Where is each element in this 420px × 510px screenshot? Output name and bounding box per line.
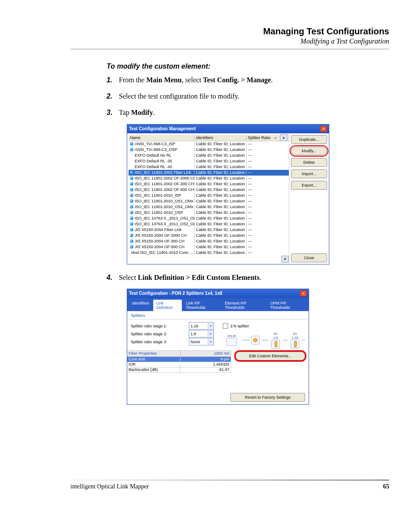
col-name[interactable]: Name [129, 136, 195, 140]
globe-icon [130, 199, 133, 203]
table-row[interactable]: ISO_IEC 11801-2010_OSPCable ID; Fiber ID… [129, 210, 289, 216]
table-row[interactable]: ISO_IEC 11801-2002 Fiber LinkCable ID; F… [129, 170, 289, 176]
table-row[interactable]: ISO_IEC 11801-2010_OS2_OMxCable ID; Fibe… [129, 204, 289, 210]
titlebar[interactable]: Test Configuration Management × [127, 125, 329, 133]
globe-icon [130, 188, 133, 191]
header-rule [70, 49, 389, 49]
delete-button[interactable]: Delete [291, 158, 327, 167]
table-row[interactable]: JIS X5150-2004 Fiber LinkCable ID; Fiber… [129, 227, 289, 233]
table-row[interactable]: ISO_IEC 11801-2002 OF-2000 CHCable ID; F… [129, 176, 289, 181]
splitter-ratio-select[interactable]: 1:8▾ [189, 330, 214, 338]
globe-icon [130, 142, 133, 146]
duplicate-button[interactable]: Duplicate... [291, 135, 327, 144]
globe-icon [130, 239, 133, 243]
globe-icon [130, 171, 133, 174]
tab-opm-p-f-thresholds[interactable]: OPM P/F Thresholds [267, 300, 307, 311]
splitter-ratio-row: Splitter ratio stage 2:1:8▾ [131, 330, 214, 338]
table-row[interactable]: EXFO Default No RLCable ID; Fiber ID; Lo… [129, 153, 289, 158]
step-number: 3. [107, 107, 119, 117]
tab-element-p-f-thresholds[interactable]: Element P/F Thresholds [222, 300, 266, 311]
field-label: Splitter ratio stage 2: [131, 332, 189, 336]
chevron-down-icon: ▾ [208, 331, 214, 337]
page-footer: intelligent Optical Link Mapper 65 [70, 483, 389, 490]
table-row[interactable]: EXFO Default RL -40Cable ID; Fiber ID; L… [129, 164, 289, 170]
step-text: Tap Modify. [119, 107, 389, 117]
titlebar[interactable]: Test Configuration - PON 2 Splitters 1x4… [127, 289, 309, 298]
side-button-panel: Duplicate... Modify... Delete Import... … [289, 133, 329, 264]
test-config-editor-window: Test Configuration - PON 2 Splitters 1x4… [127, 289, 309, 405]
modify-button[interactable]: Modify... [291, 147, 327, 155]
tab-link-definition[interactable]: Link Definition [153, 300, 182, 311]
step-item: 4.Select Link Definition > Edit Custom E… [107, 272, 389, 283]
table-row[interactable]: ISO_IEC 11801-2002 OF-300 CHCable ID; Fi… [129, 181, 289, 187]
table-row[interactable]: ANSI_TIA-568-C3_OSPCable ID; Fiber ID; L… [129, 147, 289, 153]
globe-icon [130, 234, 133, 237]
table-row[interactable]: EXFO Default RL -35Cable ID; Fiber ID; L… [129, 158, 289, 164]
splitter-ratio-select[interactable]: None▾ [189, 338, 214, 345]
step-item: 3.Tap Modify. [107, 107, 389, 117]
steps-list-b: 4.Select Link Definition > Edit Custom E… [107, 272, 389, 283]
fiber-properties-table[interactable]: Fiber Properties 1550 nm Core size9 µmIO… [127, 350, 231, 373]
window-title: Test Configuration - PON 2 Splitters 1x4… [129, 291, 222, 296]
tab-link-p-f-thresholds[interactable]: Link P/F Thresholds [183, 300, 221, 311]
splitter-ratio-select[interactable]: 1:16▾ [189, 322, 214, 330]
table-row[interactable]: Core size9 µm [127, 357, 231, 362]
table-row[interactable]: Backscatter (dB)-81.87 [127, 367, 231, 373]
table-row[interactable]: ISO_IEC 11801-2010_ISPCable ID; Fiber ID… [129, 193, 289, 198]
globe-icon [130, 205, 133, 209]
connector-icon [251, 336, 260, 345]
col-splitter-ratio[interactable]: Splitter Ratio ▲ ▲ [247, 134, 289, 141]
close-icon[interactable]: × [320, 126, 327, 132]
table-row[interactable]: JIS X5150-2004 OF-2000 CHCable ID; Fiber… [129, 233, 289, 238]
procedure-heading: To modify the custom element: [107, 62, 389, 70]
globe-icon [130, 211, 133, 214]
globe-icon [130, 148, 133, 151]
import-button[interactable]: Import... [291, 169, 327, 178]
col-identifiers[interactable]: Identifiers [195, 136, 247, 140]
tab-bar: IdentifiersLink DefinitionLink P/F Thres… [127, 298, 309, 311]
close-button[interactable]: Close [291, 253, 327, 262]
step-number: 4. [107, 272, 119, 283]
globe-icon [130, 222, 133, 226]
table-row[interactable]: ISO_IEC 11801-2002 OF-500 CHCable ID; Fi… [129, 187, 289, 193]
step-number: 1. [107, 75, 119, 85]
scroll-down-icon[interactable]: ▼ [281, 256, 289, 263]
table-row[interactable]: ISO_IEC 11801-2010_OS1_OMxCable ID; Fibe… [129, 198, 289, 204]
splitter-settings: Splitter ratio stage 1:1:16▾Splitter rat… [127, 322, 214, 350]
globe-icon [130, 194, 133, 197]
table-row[interactable]: JIS X5150-2004 OF-500 CHCable ID; Fiber … [129, 244, 289, 250]
revert-to-factory-button[interactable]: Revert to Factory Settings [230, 393, 305, 402]
config-grid[interactable]: Name Identifiers Splitter Ratio ▲ ▲ ANSI… [129, 135, 289, 263]
step-text: Select Link Definition > Edit Custom Ele… [119, 272, 389, 283]
globe-icon [130, 228, 133, 231]
table-row[interactable]: ISO_IEC 14763-3 _2011_OS2_OMxCable ID; F… [129, 221, 289, 227]
splitter-icon [291, 340, 299, 349]
window-title: Test Configuration Management [129, 126, 196, 131]
table-row[interactable]: Mod ISO_IEC 11801-2010 Conn ...Cable ID;… [129, 250, 289, 256]
step-item: 1.From the Main Menu, select Test Config… [107, 75, 389, 85]
table-row[interactable]: ANSI_TIA-568-C3_ISPCable ID; Fiber ID; L… [129, 141, 289, 147]
splitter-ratio-row: Splitter ratio stage 3:None▾ [131, 338, 214, 346]
table-row[interactable]: ISO_IEC 14763-3 _2011_OS1_OMxCable ID; F… [129, 216, 289, 221]
globe-icon [130, 245, 133, 249]
table-row[interactable]: IOR1.468325 [127, 362, 231, 367]
close-icon[interactable]: × [300, 290, 307, 297]
two-n-splitter-checkbox[interactable]: 2:N splitter [223, 322, 305, 330]
step-item: 2.Select the test configuration file to … [107, 91, 389, 101]
step-text: Select the test configuration file to mo… [119, 91, 389, 101]
checkbox-icon[interactable] [223, 323, 228, 329]
table-row[interactable]: JIS X5150-2004 OF-300 CHCable ID; Fiber … [129, 238, 289, 244]
tab-identifiers[interactable]: Identifiers [129, 300, 152, 311]
splitter-ratio-row: Splitter ratio stage 1:1:16▾ [131, 322, 214, 330]
globe-icon [130, 182, 133, 186]
chevron-down-icon: ▾ [208, 339, 214, 345]
globe-icon [130, 176, 133, 180]
splitter-icon [271, 340, 280, 349]
scroll-up-icon[interactable]: ▲ [280, 134, 287, 141]
step-number: 2. [107, 91, 119, 101]
page-number: 65 [383, 483, 389, 490]
page-header: Managing Test Configurations Modifying a… [70, 26, 389, 45]
export-button[interactable]: Export... [291, 181, 327, 190]
edit-custom-elements-button[interactable]: Edit Custom Elements... [236, 352, 305, 360]
field-label: Splitter ratio stage 1: [131, 324, 189, 328]
